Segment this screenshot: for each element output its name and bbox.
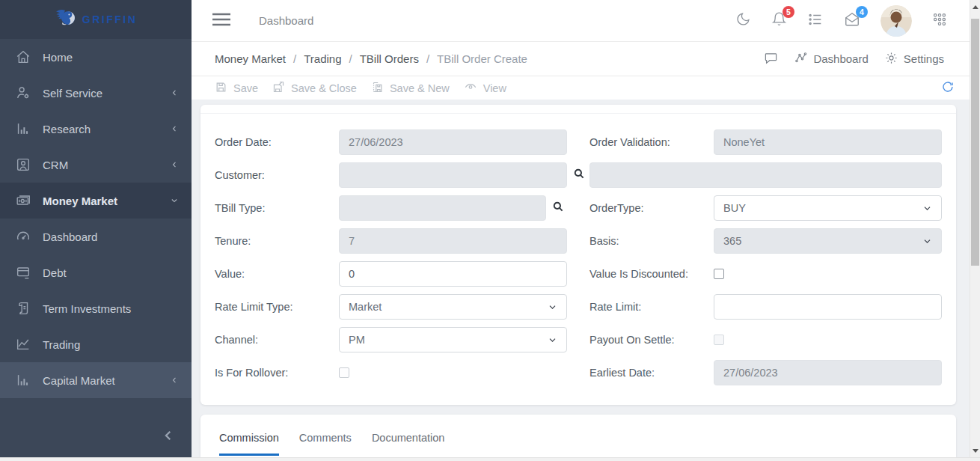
notifications-badge: 5 (783, 6, 794, 18)
vertical-scrollbar[interactable] (970, 0, 980, 457)
user-avatar[interactable] (881, 5, 912, 37)
sidebar-item-research[interactable]: Research (0, 111, 192, 147)
sidebar-item-home[interactable]: Home (0, 39, 192, 75)
breadcrumb-tbill-orders[interactable]: TBill Orders (360, 52, 419, 65)
sidebar-item-trading[interactable]: Trading (0, 326, 192, 362)
dashboard-link[interactable]: Dashboard (794, 51, 868, 67)
rate-limit-type-row: Rate Limit Type: Market (215, 294, 567, 320)
save-icon (215, 81, 227, 96)
order-date-input (339, 129, 567, 155)
order-date-row: Order Date: (215, 129, 567, 155)
earliest-date-input (714, 360, 942, 385)
save-and-new-button-label: Save & New (390, 82, 450, 94)
order-form-card: Order Date: Order Validation: Customer: (200, 105, 956, 405)
notifications-button[interactable]: 5 (771, 11, 787, 30)
breadcrumb-separator: / (293, 52, 296, 65)
topbar: Dashboard 5 (192, 0, 970, 42)
view-button[interactable]: View (464, 80, 506, 96)
value-is-discounted-row: Value Is Discounted: (589, 261, 942, 287)
chevron-left-icon (169, 375, 180, 385)
content: Save Save & Close Save & New (192, 76, 970, 457)
save-new-icon (371, 81, 384, 96)
scrollbar-thumb[interactable] (971, 19, 979, 266)
page: GRIFFIN Home Self Service (0, 0, 980, 457)
sidebar-item-debt[interactable]: Debt (0, 254, 192, 290)
order-type-select[interactable]: BUY (714, 195, 942, 221)
dashboard-gauge-icon (15, 228, 31, 245)
chevron-down-icon (548, 302, 557, 312)
feedback-button[interactable] (764, 51, 778, 67)
gear-icon (884, 51, 898, 67)
messages-button[interactable]: 4 (844, 11, 860, 31)
task-list-icon (807, 11, 824, 31)
save-button[interactable]: Save (215, 81, 258, 96)
sidebar-item-capital-market[interactable]: Capital Market (0, 362, 192, 398)
apps-grid-icon (932, 12, 947, 30)
chevron-down-icon (548, 335, 557, 345)
channel-select[interactable]: PM (339, 327, 567, 352)
value-input[interactable] (339, 261, 567, 287)
settings-link[interactable]: Settings (884, 51, 944, 67)
refresh-button[interactable] (941, 80, 955, 97)
sidebar-item-label: Term Investments (43, 302, 131, 315)
crm-contact-icon (15, 156, 31, 173)
is-for-rollover-label: Is For Rollover: (215, 367, 339, 379)
save-and-new-button[interactable]: Save & New (371, 81, 450, 96)
sidebar-item-money-market[interactable]: Money Market (0, 183, 192, 219)
chevron-left-icon (169, 88, 180, 98)
order-type-row: OrderType: BUY (589, 195, 942, 221)
customer-row: Customer: (215, 162, 567, 188)
payout-on-settle-label: Payout On Settle: (589, 334, 714, 346)
sidebar-item-term-investments[interactable]: Term Investments (0, 290, 192, 326)
rate-limit-type-label: Rate Limit Type: (215, 301, 339, 313)
rate-limit-type-select[interactable]: Market (339, 294, 567, 320)
apps-grid-button[interactable] (932, 12, 947, 30)
customer-input (339, 162, 567, 188)
sidebar-item-self-service[interactable]: Self Service (0, 75, 192, 111)
value-is-discounted-checkbox[interactable] (714, 269, 724, 279)
value-label: Value: (215, 268, 339, 280)
horizontal-scrollbar[interactable] (0, 457, 980, 461)
view-button-label: View (483, 82, 506, 94)
save-and-close-button[interactable]: Save & Close (272, 81, 357, 96)
rate-limit-input[interactable] (714, 294, 942, 320)
tenure-input (339, 228, 567, 254)
activity-graph-icon (794, 51, 808, 67)
dark-mode-toggle[interactable] (735, 11, 751, 30)
save-close-icon (272, 81, 285, 96)
tab-comments[interactable]: Comments (299, 432, 352, 456)
sidebar-nav: Home Self Service Research (0, 39, 192, 398)
scroll-up-arrow[interactable] (970, 1, 980, 12)
channel-label: Channel: (215, 334, 339, 346)
payout-on-settle-row: Payout On Settle: (589, 327, 942, 352)
breadcrumb-money-market[interactable]: Money Market (215, 52, 286, 65)
rate-limit-type-value: Market (349, 301, 382, 313)
basis-select: 365 (714, 228, 942, 254)
topbar-actions: 5 4 (735, 5, 947, 37)
hamburger-menu-icon[interactable] (212, 11, 231, 31)
sidebar-item-crm[interactable]: CRM (0, 147, 192, 183)
order-validation-label: Order Validation: (589, 136, 714, 148)
detail-tabs: Commission Comments Documentation (219, 432, 937, 456)
search-icon (551, 200, 565, 216)
scroll-down-arrow[interactable] (970, 445, 980, 456)
sidebar-item-label: CRM (43, 159, 68, 171)
tab-commission[interactable]: Commission (219, 432, 279, 456)
customer-search-button[interactable] (572, 167, 586, 183)
tbill-type-search-button[interactable] (551, 200, 565, 216)
moon-icon (735, 11, 751, 30)
main: Dashboard 5 (192, 0, 970, 457)
sidebar-item-label: Debt (43, 266, 67, 279)
search-icon (572, 167, 586, 183)
order-validation-row: Order Validation: (589, 129, 942, 155)
is-for-rollover-checkbox[interactable] (339, 367, 349, 378)
chevron-down-icon (169, 195, 180, 206)
sidebar-item-dashboard[interactable]: Dashboard (0, 219, 192, 254)
breadcrumb-trading[interactable]: Trading (304, 52, 341, 65)
sidebar-collapse-button[interactable] (0, 429, 192, 457)
tab-documentation[interactable]: Documentation (372, 432, 445, 456)
money-market-icon (15, 192, 31, 209)
customer-label: Customer: (215, 169, 339, 181)
logo[interactable]: GRIFFIN (0, 0, 192, 39)
tasks-button[interactable] (807, 11, 824, 31)
